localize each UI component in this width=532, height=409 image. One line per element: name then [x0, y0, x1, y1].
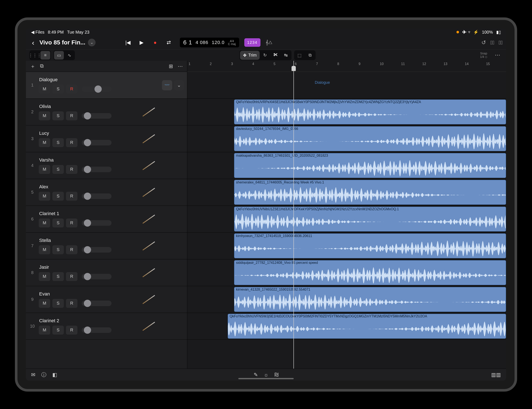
track-row[interactable]: 9 Evan M S R	[26, 286, 187, 313]
solo-button[interactable]: S	[52, 85, 64, 93]
mixer-button[interactable]: ₪	[275, 372, 279, 378]
volume-slider[interactable]	[82, 86, 112, 92]
instrument-icon[interactable]	[136, 206, 162, 232]
mute-button[interactable]: M	[39, 111, 50, 120]
bar-ruler[interactable]: 123456789101112131415	[187, 61, 506, 72]
volume-slider[interactable]	[82, 274, 112, 279]
instrument-icon[interactable]	[136, 99, 162, 125]
region-tool[interactable]: ▭	[54, 51, 64, 60]
duplicate-track-button[interactable]: ⧉	[40, 63, 44, 70]
add-region-button[interactable]: ⊞	[169, 63, 173, 69]
copy-tool[interactable]: ⧉	[305, 51, 315, 60]
volume-slider[interactable]	[82, 300, 112, 306]
info-button[interactable]: ⓘ	[41, 371, 46, 378]
instrument-icon[interactable]	[136, 286, 162, 313]
mute-button[interactable]: M	[39, 245, 50, 254]
track-row[interactable]: 7 Stella M S R	[26, 233, 187, 259]
record-enable-button[interactable]: R	[66, 272, 77, 281]
mute-button[interactable]: M	[39, 326, 50, 335]
project-menu-chevron[interactable]: ⌄	[88, 39, 95, 46]
track-row[interactable]: 2 Olivia M S R	[26, 99, 187, 125]
volume-slider[interactable]	[82, 327, 112, 333]
volume-slider[interactable]	[82, 193, 112, 199]
count-in-button[interactable]: 1234	[244, 38, 260, 47]
back-button[interactable]: ‹	[29, 38, 37, 47]
solo-button[interactable]: S	[52, 138, 64, 147]
mute-button[interactable]: M	[39, 218, 50, 227]
volume-slider[interactable]	[82, 113, 112, 119]
play-button[interactable]: ▶	[137, 38, 146, 47]
keyboard-button[interactable]: ▥▥	[491, 372, 501, 378]
solo-button[interactable]: S	[52, 299, 64, 308]
home-indicator[interactable]	[238, 378, 294, 379]
track-row[interactable]: 10 Clarinet 2 M S R	[26, 313, 187, 340]
solo-button[interactable]: S	[52, 245, 64, 254]
audio-region[interactable]: QkFoYklxc0hhUVRPeXl4SE1Hd3JCNk5BekY0PS0t…	[234, 100, 506, 124]
more-button[interactable]: ⋯	[493, 51, 503, 60]
mute-button[interactable]: M	[39, 299, 50, 308]
track-name[interactable]: Clarinet 2	[39, 318, 136, 324]
go-to-start-button[interactable]: |◀	[124, 38, 132, 47]
record-enable-button[interactable]: R	[66, 245, 77, 254]
project-title[interactable]: Vivo 85 for Fin...	[39, 39, 85, 46]
track-name[interactable]: Varsha	[39, 157, 136, 163]
audio-region[interactable]: siddiquijasir_27782_17412408_Vivo 85 per…	[234, 260, 506, 285]
track-name[interactable]: Evan	[39, 291, 136, 297]
audio-region[interactable]: QkFoYklxc0hhUVFNSWJjSE1Hd3JCOU3ekY0PS0tM…	[228, 314, 506, 339]
solo-button[interactable]: S	[52, 272, 64, 281]
solo-button[interactable]: S	[52, 111, 64, 120]
instrument-icon[interactable]	[136, 259, 162, 286]
cycle-button[interactable]: ⇄	[164, 38, 173, 47]
mute-button[interactable]: M	[39, 272, 50, 281]
record-enable-button[interactable]: R	[66, 138, 77, 147]
mute-button[interactable]: M	[39, 138, 50, 147]
track-row[interactable]: 1 Dialogue M S R 〰⌄	[26, 72, 187, 99]
record-enable-button[interactable]: R	[66, 192, 77, 201]
timeline-area[interactable]: 123456789101112131415 DialogueQkFoYklxc0…	[187, 61, 506, 369]
tracks-view-button[interactable]: ≡	[40, 51, 50, 60]
mute-button[interactable]: M	[39, 85, 50, 93]
track-row[interactable]: 3 Lucy M S R	[26, 125, 187, 152]
loop-tool[interactable]: ↻	[260, 51, 270, 59]
trim-tool[interactable]: ✥ Trim	[240, 51, 260, 60]
record-enable-button[interactable]: R	[66, 111, 77, 120]
volume-slider[interactable]	[82, 220, 112, 226]
expand-track-button[interactable]: ⌄	[174, 80, 184, 90]
pencil-tool[interactable]: ✎	[254, 372, 258, 378]
solo-button[interactable]: S	[52, 165, 64, 174]
volume-slider[interactable]	[82, 140, 112, 145]
lcd-display[interactable]: 6 1 4 086 120.0 4/4 C maj	[180, 38, 239, 47]
help-button[interactable]: ？⃝	[490, 39, 494, 46]
audio-region[interactable]: shemeralex_64811_17446005_Recording Week…	[234, 180, 506, 205]
track-row[interactable]: 5 Alex M S R	[26, 179, 187, 206]
snap-display[interactable]: Snap 1/4 ◇	[480, 52, 487, 58]
record-enable-button[interactable]: R	[66, 218, 77, 227]
audio-region[interactable]: makkapativarsha_86363_17461501_VID_20200…	[234, 153, 506, 178]
track-row[interactable]: 6 Clarinet 1 M S R	[26, 206, 187, 233]
solo-button[interactable]: S	[52, 192, 64, 201]
track-name[interactable]: Alex	[39, 184, 136, 190]
track-name[interactable]: Jasir	[39, 264, 136, 270]
library-button[interactable]: ◧	[52, 372, 57, 378]
record-enable-button[interactable]: R	[66, 85, 77, 93]
metronome-button[interactable]: 𝄞△	[265, 38, 273, 47]
grid-view-button[interactable]: ⋮⋮⋮	[30, 51, 40, 60]
record-button[interactable]: ●	[151, 38, 159, 47]
instrument-icon[interactable]	[136, 72, 162, 99]
instrument-icon[interactable]	[136, 233, 162, 259]
track-row[interactable]: 8 Jasir M S R	[26, 259, 187, 286]
add-track-button[interactable]: ＋	[30, 63, 35, 70]
mute-button[interactable]: M	[39, 165, 50, 174]
solo-button[interactable]: S	[52, 218, 64, 227]
instrument-icon[interactable]	[136, 313, 162, 339]
track-name[interactable]: Stella	[39, 238, 136, 243]
audio-region[interactable]: davieslucy_50244_17478594_IMG_0766	[234, 126, 506, 151]
record-enable-button[interactable]: R	[66, 326, 77, 335]
track-name[interactable]: Clarinet 1	[39, 211, 136, 216]
selection-tool[interactable]: ⬚	[295, 51, 304, 60]
track-name[interactable]: Olivia	[39, 104, 136, 109]
track-name[interactable]: Dialogue	[39, 77, 136, 82]
instrument-icon[interactable]	[136, 152, 162, 179]
instrument-icon[interactable]	[136, 125, 162, 152]
back-to-files[interactable]: ◀ Files	[31, 29, 45, 35]
